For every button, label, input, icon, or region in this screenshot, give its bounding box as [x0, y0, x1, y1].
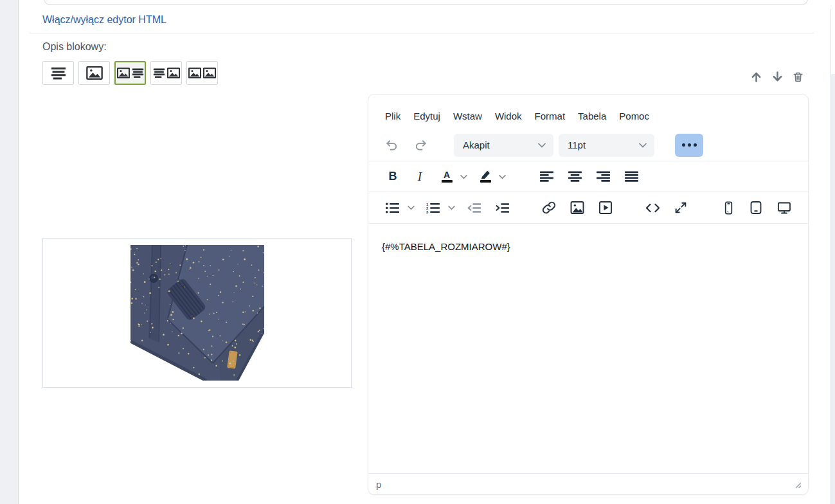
insert-media-button[interactable]	[595, 197, 616, 219]
media-play-icon	[598, 200, 613, 215]
move-up-button[interactable]	[750, 69, 763, 84]
menu-item-wstaw[interactable]: Wstaw	[447, 108, 489, 124]
layout-picker	[42, 61, 218, 85]
outdent-button[interactable]	[463, 197, 485, 219]
align-left-icon	[540, 171, 553, 182]
svg-text:3: 3	[426, 210, 429, 213]
block-description-label: Opis blokowy:	[42, 41, 107, 53]
text-color-icon: A	[442, 171, 453, 183]
menu-item-plik[interactable]: Plik	[379, 108, 407, 124]
align-justify-button[interactable]	[620, 166, 642, 188]
preview-mobile-button[interactable]	[717, 197, 739, 219]
numbered-list-button[interactable]: 1 2 3	[422, 197, 444, 219]
bullet-list-menu-chevron[interactable]	[405, 197, 417, 219]
image-icon	[188, 68, 201, 78]
title-input-remnant[interactable]	[44, 0, 808, 5]
trash-icon	[792, 69, 804, 84]
layout-option-image-only[interactable]	[78, 61, 110, 85]
bold-button[interactable]: B	[382, 166, 404, 188]
tablet-icon	[748, 200, 764, 215]
image-icon	[203, 68, 216, 78]
fullscreen-button[interactable]	[670, 197, 692, 219]
align-right-button[interactable]	[592, 166, 614, 188]
numbered-list-menu-chevron[interactable]	[445, 197, 457, 219]
svg-text:2: 2	[426, 206, 429, 210]
code-icon	[645, 203, 660, 213]
block-actions	[750, 69, 804, 84]
layout-option-image-image[interactable]	[186, 61, 218, 85]
layout-option-image-text[interactable]	[114, 61, 146, 85]
image-icon	[86, 66, 103, 80]
editor-menubar: Plik Edytuj Wstaw Widok Format Tabela Po…	[368, 94, 808, 129]
align-justify-icon	[625, 171, 638, 182]
font-size-select[interactable]: 11pt	[559, 134, 654, 157]
chevron-down-icon	[639, 143, 647, 148]
toolbar-row-2: B I A	[368, 161, 808, 192]
italic-button[interactable]: I	[409, 166, 431, 188]
resize-handle-icon[interactable]	[793, 480, 802, 489]
format-select-value: Akapit	[463, 140, 490, 150]
layout-option-text-image[interactable]	[150, 61, 182, 85]
toolbar-row-1: Akapit 11pt	[368, 129, 808, 161]
text-color-button[interactable]: A	[436, 166, 458, 188]
italic-icon: I	[418, 170, 422, 184]
section-divider	[29, 33, 814, 33]
menu-item-edytuj[interactable]: Edytuj	[407, 108, 447, 124]
text-lines-icon	[153, 68, 165, 78]
fontsize-select-value: 11pt	[568, 140, 586, 150]
numbered-list-icon: 1 2 3	[426, 203, 440, 213]
bullet-list-button[interactable]	[381, 197, 403, 219]
html-editor-toggle-link[interactable]: Włącz/wyłącz edytor HTML	[42, 14, 166, 26]
smartphone-icon	[721, 201, 736, 215]
align-right-icon	[597, 171, 610, 182]
move-down-button[interactable]	[771, 69, 784, 84]
source-code-button[interactable]	[642, 197, 663, 219]
left-panel-edge	[0, 0, 19, 504]
rich-text-editor: Plik Edytuj Wstaw Widok Format Tabela Po…	[368, 94, 809, 495]
toolbar-row-3: 1 2 3	[368, 192, 808, 224]
bullet-list-icon	[386, 203, 399, 213]
delete-block-button[interactable]	[792, 69, 804, 84]
jacket-product-image	[130, 245, 264, 381]
undo-button[interactable]	[381, 134, 402, 156]
element-path[interactable]: p	[376, 479, 381, 490]
undo-icon	[384, 138, 399, 152]
redo-icon	[413, 138, 428, 152]
layout-option-text-only[interactable]	[42, 61, 74, 85]
content-paragraph: {#%TABELA_ROZMIAROW#}	[382, 240, 795, 253]
block-image-preview[interactable]	[42, 238, 352, 388]
editor-content-area[interactable]: {#%TABELA_ROZMIAROW#}	[368, 224, 808, 473]
insert-image-button[interactable]	[566, 197, 588, 219]
preview-desktop-button[interactable]	[773, 197, 795, 219]
bold-icon: B	[389, 170, 397, 183]
editor-statusbar: p	[368, 473, 808, 494]
desktop-icon	[777, 200, 792, 215]
menu-item-pomoc[interactable]: Pomoc	[613, 108, 656, 124]
highlight-color-button[interactable]	[474, 166, 496, 188]
image-icon	[117, 68, 130, 78]
paragraph-format-select[interactable]: Akapit	[454, 134, 553, 157]
image-frame-icon	[570, 200, 585, 215]
redo-button[interactable]	[409, 134, 431, 156]
indent-icon	[496, 203, 509, 213]
image-icon	[167, 68, 180, 78]
arrow-down-icon	[771, 69, 784, 84]
text-color-menu-chevron[interactable]	[458, 166, 469, 188]
highlight-color-menu-chevron[interactable]	[496, 166, 508, 188]
text-lines-icon	[132, 68, 144, 78]
text-lines-icon	[50, 67, 67, 80]
indent-button[interactable]	[491, 197, 513, 219]
link-icon	[542, 201, 556, 215]
menu-item-tabela[interactable]: Tabela	[571, 108, 613, 124]
toolbar-overflow-button[interactable]	[675, 134, 703, 157]
align-left-button[interactable]	[535, 166, 557, 188]
align-center-button[interactable]	[564, 166, 586, 188]
arrow-up-icon	[750, 69, 763, 84]
preview-tablet-button[interactable]	[745, 197, 767, 219]
fullscreen-icon	[674, 201, 688, 215]
insert-link-button[interactable]	[538, 197, 560, 219]
menu-item-widok[interactable]: Widok	[489, 108, 528, 124]
menu-item-format[interactable]: Format	[528, 108, 572, 124]
right-panel-edge	[831, 74, 835, 504]
svg-text:1: 1	[426, 203, 429, 206]
